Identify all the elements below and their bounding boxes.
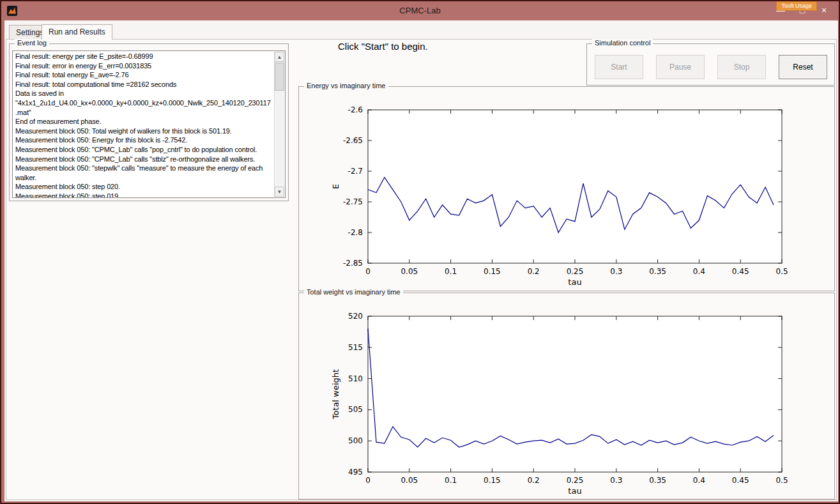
svg-text:0.05: 0.05 [401, 476, 418, 485]
stop-button[interactable]: Stop [717, 55, 766, 79]
log-line: "4x1x1_2u1d_U4.00_kx+0.0000_ky+0.0000_kz… [15, 98, 271, 117]
svg-text:0.35: 0.35 [649, 267, 666, 276]
svg-text:515: 515 [348, 343, 363, 352]
log-line: Measurement block 050: Energy for this b… [15, 135, 271, 145]
svg-text:0.35: 0.35 [649, 476, 666, 485]
svg-text:tau: tau [568, 486, 581, 496]
tooltip: Toolt Usage [776, 1, 817, 11]
tab-run-and-results[interactable]: Run and Results [42, 24, 112, 40]
log-line: Measurement block 050: "CPMC_Lab" calls … [15, 155, 271, 164]
svg-text:510: 510 [348, 374, 363, 383]
svg-text:0: 0 [365, 476, 370, 485]
svg-text:0.1: 0.1 [445, 267, 457, 276]
log-line: Data is saved in [15, 89, 271, 98]
svg-text:0.2: 0.2 [528, 267, 540, 276]
energy-chart-group: Energy vs imaginary time 00.050.10.150.2… [298, 86, 835, 291]
log-line: Measurement block 050: "CPMC_Lab" calls … [15, 145, 271, 155]
close-icon[interactable]: × [820, 6, 829, 15]
event-log-scrollbar[interactable]: ▲ ▼ [274, 52, 284, 197]
simulation-control-label: Simulation control [592, 39, 653, 47]
svg-text:500: 500 [348, 436, 363, 445]
matlab-app-icon [7, 6, 17, 16]
log-line: Measurement block 050: step 019. [15, 192, 271, 198]
svg-text:0.5: 0.5 [775, 476, 788, 485]
event-log-group: Event log Final result: energy per site … [9, 43, 289, 201]
scroll-down-icon[interactable]: ▼ [275, 187, 284, 197]
start-button[interactable]: Start [595, 55, 643, 79]
pause-button[interactable]: Pause [656, 55, 705, 79]
energy-chart: 00.050.10.150.20.250.30.350.40.450.5-2.8… [299, 87, 834, 290]
log-line: Final result: energy per site E_psite=-0… [15, 52, 271, 61]
svg-text:0.5: 0.5 [775, 267, 788, 276]
weight-chart: 00.050.10.150.20.250.30.350.40.450.54955… [299, 293, 834, 499]
weight-chart-group: Total weight vs imaginary time 00.050.10… [298, 293, 835, 500]
svg-text:0.25: 0.25 [567, 476, 584, 485]
svg-text:0.4: 0.4 [693, 476, 705, 485]
main-content: Settings Run and Results Event log Final… [4, 20, 838, 501]
svg-text:520: 520 [348, 312, 363, 321]
titlebar: CPMC-Lab — □ × Toolt Usage [1, 1, 839, 20]
svg-text:-2.7: -2.7 [348, 167, 363, 176]
svg-text:tau: tau [568, 277, 581, 287]
window-title: CPMC-Lab [1, 1, 839, 20]
svg-text:495: 495 [348, 468, 363, 477]
reset-button[interactable]: Reset [779, 55, 827, 79]
simulation-control-group: Simulation control Start Pause Stop Rese… [586, 43, 835, 86]
svg-text:-2.8: -2.8 [348, 228, 363, 237]
scroll-up-icon[interactable]: ▲ [275, 52, 284, 62]
svg-text:0.05: 0.05 [401, 267, 418, 276]
svg-text:0.15: 0.15 [484, 476, 501, 485]
log-lines: Final result: energy per site E_psite=-0… [15, 52, 271, 198]
log-line: End of measurement phase. [15, 117, 271, 126]
log-line: Final result: error in energy E_err=0.00… [15, 61, 271, 71]
svg-text:-2.65: -2.65 [343, 136, 363, 145]
svg-text:E: E [331, 184, 340, 189]
status-message: Click "Start" to begin. [338, 41, 428, 52]
svg-text:Total weight: Total weight [331, 369, 340, 420]
log-line: Measurement block 050: Total weight of w… [15, 126, 271, 136]
event-log-text[interactable]: Final result: energy per site E_psite=-0… [12, 50, 286, 198]
svg-text:0.3: 0.3 [610, 476, 622, 485]
svg-text:0.2: 0.2 [528, 476, 540, 485]
svg-text:-2.6: -2.6 [348, 105, 363, 114]
svg-text:0.1: 0.1 [445, 476, 457, 485]
svg-text:0.25: 0.25 [567, 267, 584, 276]
svg-text:-2.85: -2.85 [343, 259, 363, 268]
log-line: Final result: total energy E_ave=-2.76 [15, 70, 271, 80]
log-line: Measurement block 050: step 020. [15, 182, 271, 192]
svg-text:0.4: 0.4 [693, 267, 705, 276]
app-window: CPMC-Lab — □ × Toolt Usage Settings Run … [0, 0, 840, 504]
svg-text:0.45: 0.45 [732, 476, 749, 485]
svg-text:-2.75: -2.75 [343, 197, 363, 206]
svg-text:0.3: 0.3 [610, 267, 622, 276]
svg-text:0.15: 0.15 [484, 267, 501, 276]
svg-text:0: 0 [365, 267, 370, 276]
svg-text:505: 505 [348, 405, 363, 414]
svg-text:0.45: 0.45 [732, 267, 749, 276]
scroll-thumb[interactable] [275, 63, 284, 91]
event-log-label: Event log [15, 39, 49, 47]
log-line: Final result: total computational time =… [15, 80, 271, 89]
log-line: Measurement block 050: "stepwlk" calls "… [15, 164, 271, 182]
